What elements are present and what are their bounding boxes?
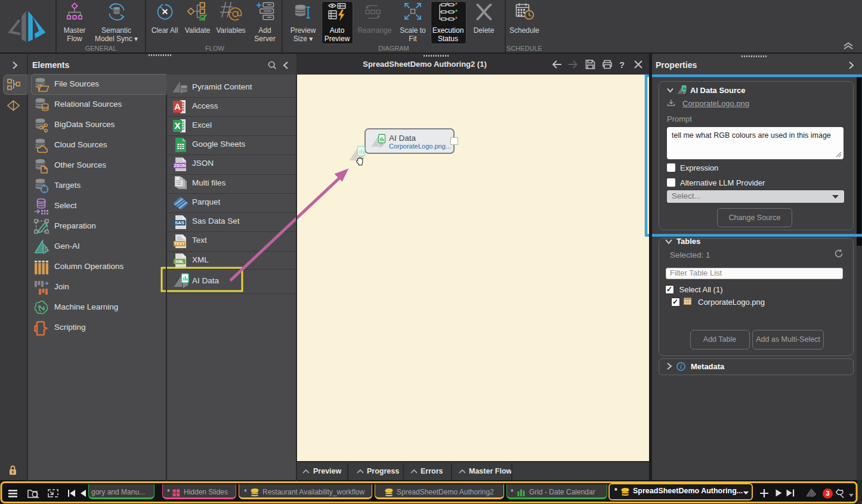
svg-text:XML: XML (175, 259, 185, 264)
svg-text:A: A (174, 101, 181, 112)
svg-text:?: ? (619, 60, 625, 69)
svg-text:TEXT: TEXT (174, 242, 186, 246)
svg-text:X: X (174, 120, 180, 131)
svg-text:JSON: JSON (174, 163, 186, 168)
svg-text:SAS: SAS (175, 220, 184, 225)
svg-text:i: i (680, 364, 682, 370)
